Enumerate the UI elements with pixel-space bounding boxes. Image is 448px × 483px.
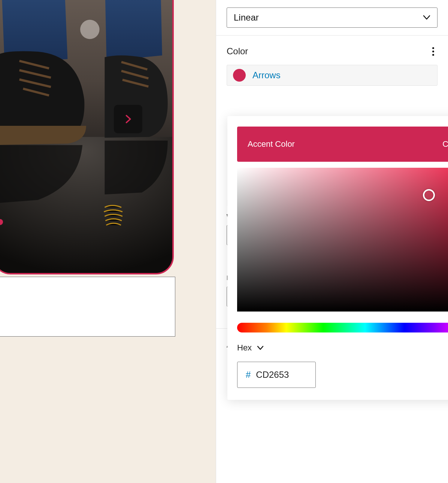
chevron-down-icon — [423, 15, 430, 20]
color-item-label: Arrows — [252, 70, 281, 80]
hex-input[interactable]: # CD2653 — [237, 362, 316, 388]
accent-color-title: Accent Color — [248, 139, 295, 149]
chevron-right-icon — [123, 112, 133, 126]
hue-slider[interactable] — [237, 323, 448, 332]
slider-block[interactable] — [0, 0, 174, 274]
settings-sidebar: Linear Color Arrows Bor WID — [216, 0, 448, 483]
transition-select[interactable]: Linear — [227, 7, 438, 28]
accent-color-hex: CD2653 — [442, 139, 448, 149]
color-format-select[interactable]: Hex — [237, 343, 264, 353]
caption-input[interactable] — [0, 277, 175, 337]
saturation-value-area[interactable] — [237, 168, 448, 312]
color-format-label: Hex — [237, 343, 252, 353]
sv-thumb[interactable] — [423, 189, 435, 201]
hash-icon: # — [246, 370, 251, 380]
svg-point-2 — [80, 20, 99, 39]
accent-color-header: Accent Color CD2653 — [237, 127, 448, 162]
chevron-down-icon — [257, 346, 264, 350]
arrows-swatch-icon — [233, 69, 246, 82]
next-slide-button[interactable] — [114, 105, 142, 133]
color-options-menu-button[interactable] — [429, 47, 438, 56]
hex-value: CD2653 — [256, 370, 289, 380]
slide-image — [0, 0, 172, 273]
color-picker-popover: Accent Color CD2653 Hex # CD26 — [227, 116, 448, 400]
color-section-title: Color — [227, 46, 248, 57]
editor-canvas — [0, 0, 216, 483]
transition-selected: Linear — [234, 12, 259, 23]
color-item-arrows[interactable]: Arrows — [227, 65, 438, 86]
